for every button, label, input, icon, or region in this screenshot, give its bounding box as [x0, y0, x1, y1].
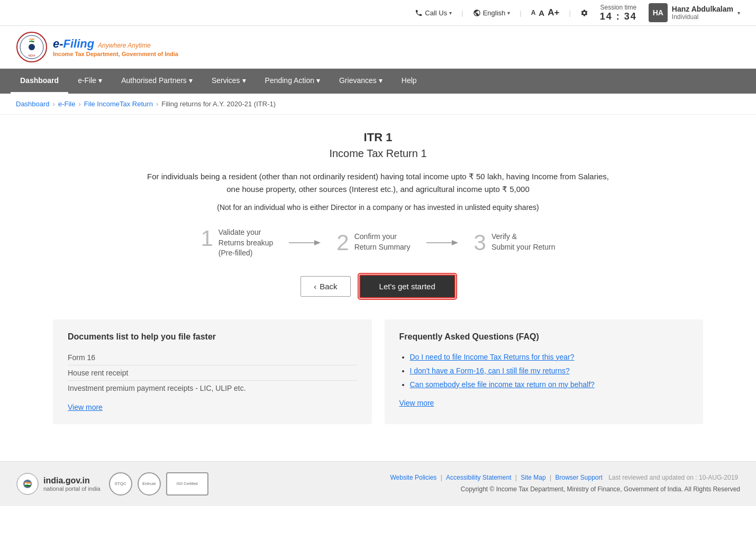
doc-item-1: Form 16	[68, 350, 357, 365]
breadcrumb-efile[interactable]: e-File	[58, 100, 76, 108]
back-label: Back	[320, 282, 337, 291]
nav-bar: Dashboard e-File ▾ Authorised Partners ▾…	[0, 69, 756, 94]
nav-help[interactable]: Help	[392, 69, 426, 94]
logo-block: 🇮🇳 INDIA e-Filing Anywhere Anytime Incom…	[16, 31, 178, 63]
faq-link-2[interactable]: I don't have a Form-16, can I still file…	[410, 366, 570, 375]
faq-view-more[interactable]: View more	[399, 399, 434, 407]
bottom-panels: Documents list to help you file faster F…	[53, 319, 703, 424]
step-2-number: 2	[336, 232, 349, 254]
language-selector[interactable]: English ▾	[473, 9, 511, 17]
nav-pending-label: Pending Action	[265, 76, 314, 85]
call-us-label: Call Us	[425, 9, 447, 17]
itr-note: (Not for an individual who is either Dir…	[53, 203, 703, 212]
arrow-2	[426, 237, 458, 248]
nav-grievances[interactable]: Grievances ▾	[330, 69, 392, 94]
step-1-text: Validate yourReturns breakup(Pre-filled)	[218, 227, 274, 259]
footer-inner: 🇮🇳 india.gov.in national portal of india…	[16, 472, 740, 496]
font-controls: A A A+	[531, 7, 560, 18]
faq-item-3: Can somebody else file income tax return…	[410, 378, 689, 391]
footer-links: Website Policies | Accessibility Stateme…	[390, 472, 740, 495]
call-us-button[interactable]: Call Us ▾	[415, 9, 452, 17]
cert-2: Entrust	[138, 472, 161, 496]
back-chevron: ‹	[314, 282, 316, 291]
nav-services-chevron: ▾	[242, 76, 246, 85]
nav-pending-chevron: ▾	[316, 76, 320, 85]
buttons-row: ‹ Back Let's get started	[53, 274, 703, 298]
footer-logos: 🇮🇳 india.gov.in national portal of india…	[16, 472, 208, 496]
nav-dashboard[interactable]: Dashboard	[11, 69, 68, 94]
footer-sitemap[interactable]: Site Map	[521, 474, 545, 481]
doc-item-3: Investment premium payment receipts - LI…	[68, 381, 357, 396]
back-button[interactable]: ‹ Back	[300, 276, 350, 297]
footer-sep2: |	[515, 474, 518, 481]
step-3-text: Verify &Submit your Return	[491, 232, 555, 252]
session-time: 14 : 34	[600, 11, 637, 22]
svg-text:🇮🇳: 🇮🇳	[24, 481, 31, 488]
breadcrumb-sep2: ›	[78, 100, 80, 108]
step-3: 3 Verify &Submit your Return	[474, 232, 555, 254]
user-menu[interactable]: HA Hanz Abdulkalam Individual ▾	[649, 3, 740, 22]
nav-efile-label: e-File	[78, 76, 96, 85]
avatar: HA	[649, 3, 668, 22]
breadcrumb-file-return[interactable]: File IncomeTax Return	[84, 100, 153, 108]
nav-pending-action[interactable]: Pending Action ▾	[256, 69, 330, 94]
font-medium-button[interactable]: A	[539, 8, 544, 17]
step-2: 2 Confirm yourReturn Summary	[336, 232, 410, 254]
footer: 🇮🇳 india.gov.in national portal of india…	[0, 461, 756, 506]
documents-panel-title: Documents list to help you file faster	[68, 332, 357, 342]
faq-panel-title: Frequently Asked Questions (FAQ)	[399, 332, 689, 342]
cert-1: STQC	[109, 472, 132, 496]
svg-text:🇮🇳: 🇮🇳	[29, 38, 34, 43]
nav-services[interactable]: Services ▾	[202, 69, 256, 94]
nav-efile[interactable]: e-File ▾	[68, 69, 112, 94]
font-large-button[interactable]: A+	[548, 7, 559, 18]
cert-logos: STQC Entrust ISO Certified	[109, 472, 208, 496]
footer-website-policies[interactable]: Website Policies	[390, 474, 436, 481]
documents-panel: Documents list to help you file faster F…	[53, 319, 372, 424]
nav-dashboard-label: Dashboard	[20, 76, 59, 85]
font-small-button[interactable]: A	[531, 9, 536, 16]
footer-accessibility[interactable]: Accessibility Statement	[446, 474, 511, 481]
breadcrumb: Dashboard › e-File › File IncomeTax Retu…	[0, 94, 756, 115]
call-us-chevron: ▾	[449, 10, 452, 16]
faq-panel: Frequently Asked Questions (FAQ) Do I ne…	[385, 319, 704, 424]
svg-marker-6	[314, 240, 321, 245]
phone-icon	[415, 9, 423, 17]
itr-subtitle: Income Tax Return 1	[53, 148, 703, 160]
faq-list: Do I need to file Income Tax Returns for…	[399, 350, 689, 391]
logo-sub: Income Tax Department, Government of Ind…	[53, 51, 178, 57]
documents-list: Form 16 House rent receipt Investment pr…	[68, 350, 357, 396]
settings-button[interactable]	[580, 9, 588, 17]
arrow-2-icon	[426, 237, 458, 248]
session-label: Session time	[600, 4, 636, 11]
main-content: ITR 1 Income Tax Return 1 For individual…	[0, 115, 756, 440]
language-chevron: ▾	[507, 10, 510, 16]
divider1: |	[461, 9, 463, 17]
user-role: Individual	[672, 13, 733, 21]
svg-marker-8	[452, 240, 458, 245]
breadcrumb-sep3: ›	[156, 100, 158, 108]
faq-link-3[interactable]: Can somebody else file income tax return…	[410, 380, 595, 389]
breadcrumb-current: Filing returns for A.Y. 2020-21 (ITR-1)	[161, 100, 276, 108]
india-gov-block: 🇮🇳 india.gov.in national portal of india	[16, 472, 101, 496]
india-gov-emblem-icon: 🇮🇳	[16, 472, 39, 496]
itr-description: For individuals being a resident (other …	[140, 170, 616, 196]
footer-browser-support[interactable]: Browser Support	[555, 474, 602, 481]
gear-icon	[580, 9, 588, 17]
cert-3: ISO Certified	[166, 472, 208, 496]
breadcrumb-dashboard[interactable]: Dashboard	[16, 100, 50, 108]
step-1-title: Validate yourReturns breakup(Pre-filled)	[218, 227, 274, 259]
faq-link-1[interactable]: Do I need to file Income Tax Returns for…	[410, 353, 575, 361]
india-gov-sub: national portal of india	[43, 485, 101, 492]
itr-title: ITR 1	[53, 131, 703, 144]
step-2-title: Confirm yourReturn Summary	[354, 232, 411, 252]
lets-get-started-button[interactable]: Let's get started	[359, 274, 456, 298]
nav-help-label: Help	[402, 76, 417, 85]
nav-efile-chevron: ▾	[98, 76, 102, 85]
svg-point-2	[29, 44, 35, 50]
breadcrumb-sep1: ›	[53, 100, 55, 108]
nav-authorised-partners[interactable]: Authorised Partners ▾	[112, 69, 202, 94]
header: 🇮🇳 INDIA e-Filing Anywhere Anytime Incom…	[0, 26, 756, 69]
nav-grievances-chevron: ▾	[379, 76, 382, 85]
documents-view-more[interactable]: View more	[68, 403, 103, 411]
